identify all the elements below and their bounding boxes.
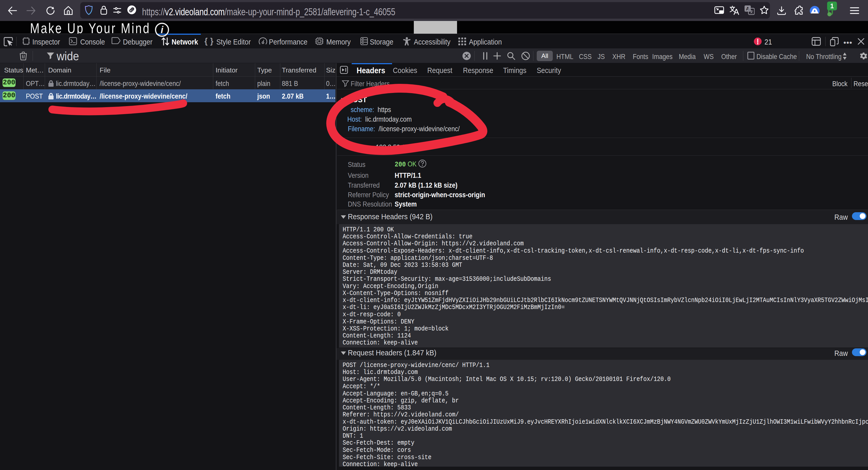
svg-text:i: i <box>161 24 164 35</box>
